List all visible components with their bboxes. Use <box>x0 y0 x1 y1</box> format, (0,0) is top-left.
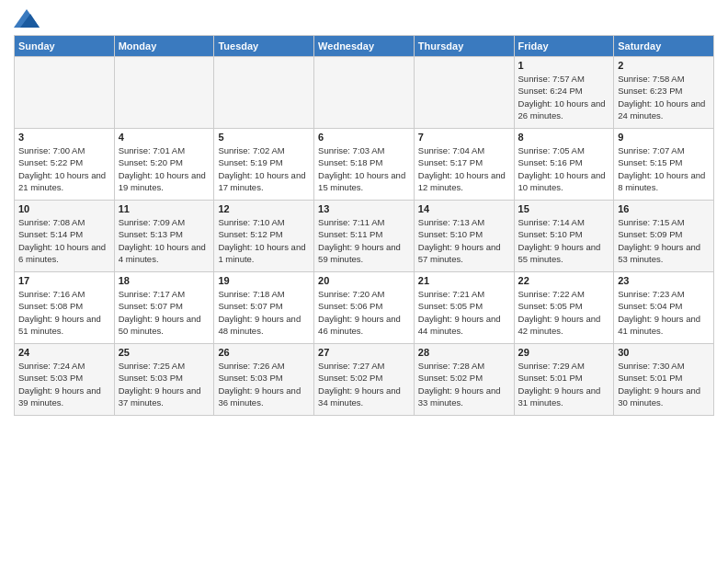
day-info: Sunrise: 7:05 AM Sunset: 5:16 PM Dayligh… <box>518 144 610 193</box>
calendar-cell <box>414 57 514 129</box>
calendar-body: 1Sunrise: 7:57 AM Sunset: 6:24 PM Daylig… <box>15 57 714 416</box>
calendar-cell: 20Sunrise: 7:20 AM Sunset: 5:06 PM Dayli… <box>314 272 415 344</box>
day-number: 8 <box>518 132 610 143</box>
calendar-week-row: 24Sunrise: 7:24 AM Sunset: 5:03 PM Dayli… <box>15 344 714 416</box>
day-info: Sunrise: 7:24 AM Sunset: 5:03 PM Dayligh… <box>18 360 110 408</box>
day-number: 19 <box>218 275 310 286</box>
day-number: 3 <box>18 132 110 143</box>
day-number: 15 <box>518 203 610 214</box>
day-number: 5 <box>218 132 310 143</box>
day-number: 24 <box>18 347 110 358</box>
day-number: 16 <box>618 203 710 214</box>
calendar-cell: 4Sunrise: 7:01 AM Sunset: 5:20 PM Daylig… <box>114 129 214 201</box>
day-number: 22 <box>518 275 610 286</box>
day-number: 1 <box>518 60 610 71</box>
calendar-table: SundayMondayTuesdayWednesdayThursdayFrid… <box>14 35 714 416</box>
calendar-header-row: SundayMondayTuesdayWednesdayThursdayFrid… <box>15 36 714 57</box>
day-info: Sunrise: 7:23 AM Sunset: 5:04 PM Dayligh… <box>618 288 710 337</box>
day-header-tuesday: Tuesday <box>214 36 314 57</box>
day-number: 25 <box>119 347 210 358</box>
calendar-cell: 21Sunrise: 7:21 AM Sunset: 5:05 PM Dayli… <box>414 272 514 344</box>
calendar-cell: 12Sunrise: 7:10 AM Sunset: 5:12 PM Dayli… <box>214 201 314 272</box>
calendar-cell: 19Sunrise: 7:18 AM Sunset: 5:07 PM Dayli… <box>214 272 314 344</box>
day-info: Sunrise: 7:15 AM Sunset: 5:09 PM Dayligh… <box>618 216 710 265</box>
day-info: Sunrise: 7:28 AM Sunset: 5:02 PM Dayligh… <box>418 360 510 408</box>
calendar-cell: 17Sunrise: 7:16 AM Sunset: 5:08 PM Dayli… <box>15 272 115 344</box>
day-number: 20 <box>318 275 410 286</box>
calendar-week-row: 10Sunrise: 7:08 AM Sunset: 5:14 PM Dayli… <box>15 201 714 272</box>
day-info: Sunrise: 7:16 AM Sunset: 5:08 PM Dayligh… <box>18 288 110 337</box>
calendar-week-row: 17Sunrise: 7:16 AM Sunset: 5:08 PM Dayli… <box>15 272 714 344</box>
calendar-cell: 5Sunrise: 7:02 AM Sunset: 5:19 PM Daylig… <box>214 129 314 201</box>
calendar-cell: 28Sunrise: 7:28 AM Sunset: 5:02 PM Dayli… <box>414 344 514 416</box>
day-info: Sunrise: 7:02 AM Sunset: 5:19 PM Dayligh… <box>218 144 310 193</box>
day-info: Sunrise: 7:11 AM Sunset: 5:11 PM Dayligh… <box>318 216 410 265</box>
calendar-cell: 14Sunrise: 7:13 AM Sunset: 5:10 PM Dayli… <box>414 201 514 272</box>
day-number: 17 <box>18 275 110 286</box>
day-number: 10 <box>18 203 110 214</box>
day-number: 12 <box>218 203 310 214</box>
calendar-cell: 22Sunrise: 7:22 AM Sunset: 5:05 PM Dayli… <box>514 272 614 344</box>
calendar-cell: 6Sunrise: 7:03 AM Sunset: 5:18 PM Daylig… <box>314 129 415 201</box>
calendar-cell: 13Sunrise: 7:11 AM Sunset: 5:11 PM Dayli… <box>314 201 415 272</box>
day-number: 2 <box>618 60 710 71</box>
calendar-cell: 9Sunrise: 7:07 AM Sunset: 5:15 PM Daylig… <box>614 129 714 201</box>
day-header-wednesday: Wednesday <box>314 36 415 57</box>
day-number: 27 <box>318 347 410 358</box>
logo-icon <box>14 9 40 28</box>
calendar-cell: 1Sunrise: 7:57 AM Sunset: 6:24 PM Daylig… <box>514 57 614 129</box>
day-info: Sunrise: 7:03 AM Sunset: 5:18 PM Dayligh… <box>318 144 410 193</box>
day-header-thursday: Thursday <box>414 36 514 57</box>
calendar-week-row: 1Sunrise: 7:57 AM Sunset: 6:24 PM Daylig… <box>15 57 714 129</box>
calendar-cell: 11Sunrise: 7:09 AM Sunset: 5:13 PM Dayli… <box>114 201 214 272</box>
day-info: Sunrise: 7:57 AM Sunset: 6:24 PM Dayligh… <box>518 73 610 121</box>
day-info: Sunrise: 7:07 AM Sunset: 5:15 PM Dayligh… <box>618 144 710 193</box>
calendar-cell: 26Sunrise: 7:26 AM Sunset: 5:03 PM Dayli… <box>214 344 314 416</box>
day-info: Sunrise: 7:30 AM Sunset: 5:01 PM Dayligh… <box>618 360 710 408</box>
calendar-cell: 30Sunrise: 7:30 AM Sunset: 5:01 PM Dayli… <box>614 344 714 416</box>
day-info: Sunrise: 7:18 AM Sunset: 5:07 PM Dayligh… <box>218 288 310 337</box>
calendar-cell: 27Sunrise: 7:27 AM Sunset: 5:02 PM Dayli… <box>314 344 415 416</box>
day-info: Sunrise: 7:27 AM Sunset: 5:02 PM Dayligh… <box>318 360 410 408</box>
day-header-friday: Friday <box>514 36 614 57</box>
day-number: 13 <box>318 203 410 214</box>
day-info: Sunrise: 7:29 AM Sunset: 5:01 PM Dayligh… <box>518 360 610 408</box>
calendar-cell <box>15 57 115 129</box>
day-number: 28 <box>418 347 510 358</box>
day-number: 21 <box>418 275 510 286</box>
calendar-cell: 18Sunrise: 7:17 AM Sunset: 5:07 PM Dayli… <box>114 272 214 344</box>
day-header-sunday: Sunday <box>15 36 115 57</box>
day-number: 11 <box>119 203 210 214</box>
calendar-cell: 24Sunrise: 7:24 AM Sunset: 5:03 PM Dayli… <box>15 344 115 416</box>
day-number: 14 <box>418 203 510 214</box>
day-info: Sunrise: 7:01 AM Sunset: 5:20 PM Dayligh… <box>119 144 210 193</box>
day-number: 7 <box>418 132 510 143</box>
calendar-cell: 7Sunrise: 7:04 AM Sunset: 5:17 PM Daylig… <box>414 129 514 201</box>
day-info: Sunrise: 7:09 AM Sunset: 5:13 PM Dayligh… <box>119 216 210 265</box>
day-info: Sunrise: 7:13 AM Sunset: 5:10 PM Dayligh… <box>418 216 510 265</box>
calendar-cell: 3Sunrise: 7:00 AM Sunset: 5:22 PM Daylig… <box>15 129 115 201</box>
day-info: Sunrise: 7:26 AM Sunset: 5:03 PM Dayligh… <box>218 360 310 408</box>
calendar-cell: 10Sunrise: 7:08 AM Sunset: 5:14 PM Dayli… <box>15 201 115 272</box>
day-info: Sunrise: 7:00 AM Sunset: 5:22 PM Dayligh… <box>18 144 110 193</box>
day-info: Sunrise: 7:25 AM Sunset: 5:03 PM Dayligh… <box>119 360 210 408</box>
calendar-cell <box>214 57 314 129</box>
calendar-cell <box>114 57 214 129</box>
day-number: 29 <box>518 347 610 358</box>
main-container: SundayMondayTuesdayWednesdayThursdayFrid… <box>0 0 728 425</box>
day-info: Sunrise: 7:10 AM Sunset: 5:12 PM Dayligh… <box>218 216 310 265</box>
day-header-monday: Monday <box>114 36 214 57</box>
calendar-cell: 29Sunrise: 7:29 AM Sunset: 5:01 PM Dayli… <box>514 344 614 416</box>
logo <box>14 9 43 28</box>
day-info: Sunrise: 7:58 AM Sunset: 6:23 PM Dayligh… <box>618 73 710 121</box>
header <box>14 9 714 28</box>
calendar-cell: 2Sunrise: 7:58 AM Sunset: 6:23 PM Daylig… <box>614 57 714 129</box>
day-info: Sunrise: 7:04 AM Sunset: 5:17 PM Dayligh… <box>418 144 510 193</box>
calendar-cell: 8Sunrise: 7:05 AM Sunset: 5:16 PM Daylig… <box>514 129 614 201</box>
calendar-cell: 23Sunrise: 7:23 AM Sunset: 5:04 PM Dayli… <box>614 272 714 344</box>
calendar-cell: 25Sunrise: 7:25 AM Sunset: 5:03 PM Dayli… <box>114 344 214 416</box>
day-number: 18 <box>119 275 210 286</box>
day-header-saturday: Saturday <box>614 36 714 57</box>
day-info: Sunrise: 7:14 AM Sunset: 5:10 PM Dayligh… <box>518 216 610 265</box>
day-number: 26 <box>218 347 310 358</box>
